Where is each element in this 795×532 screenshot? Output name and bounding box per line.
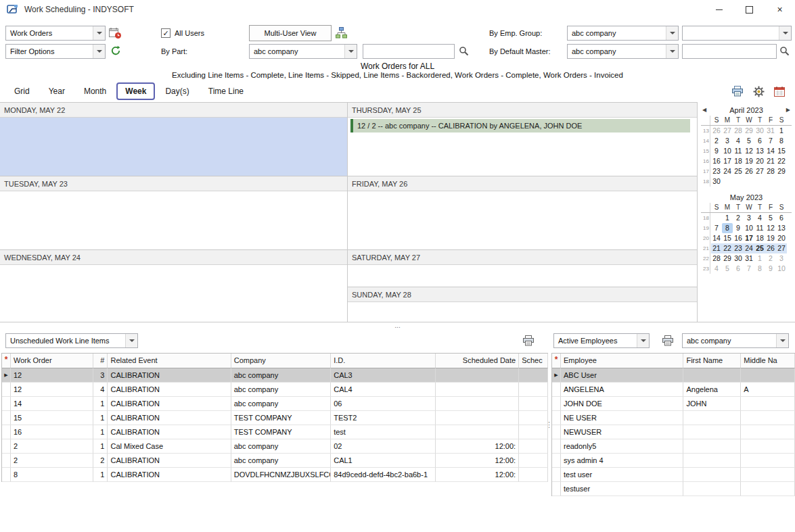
day-cell-wednesday[interactable] — [0, 265, 347, 322]
settings-gear-icon[interactable] — [753, 86, 765, 97]
work-items-cell[interactable] — [519, 383, 548, 397]
work-items-cell[interactable]: 1 — [93, 439, 108, 454]
calendar-day[interactable]: 16 — [711, 156, 722, 166]
employees-cell[interactable] — [741, 482, 795, 496]
work-items-cell[interactable]: 3 — [93, 368, 108, 383]
work-items-row[interactable]: 161CALIBRATIONTEST COMPANYtest — [2, 425, 548, 439]
calendar-day[interactable]: 1 — [722, 213, 733, 223]
employees-cell[interactable]: JOHN — [683, 397, 741, 411]
calendar-day[interactable]: 13 — [776, 223, 787, 233]
employees-cell[interactable] — [683, 425, 741, 439]
calendar-day[interactable]: 6 — [733, 264, 744, 274]
work-items-cell[interactable]: 1 — [93, 397, 108, 411]
tab-time-line[interactable]: Time Line — [200, 82, 252, 100]
calendar-day[interactable]: 3 — [744, 213, 754, 223]
work-items-cell[interactable]: CALIBRATION — [108, 411, 231, 425]
unscheduled-items-dropdown[interactable]: Unscheduled Work Line Items — [5, 333, 138, 348]
calendar-day[interactable]: 4 — [733, 136, 744, 146]
tab-day-s[interactable]: Day(s) — [156, 82, 198, 100]
work-items-cell[interactable]: 1 — [93, 425, 108, 439]
calendar-day[interactable]: 23 — [733, 243, 744, 253]
work-items-cell[interactable] — [519, 468, 548, 482]
calendar-day[interactable]: 2 — [765, 253, 776, 264]
employees-cell[interactable]: A — [741, 383, 795, 397]
calendar-day[interactable]: 2 — [733, 213, 744, 223]
calendar-day[interactable]: 22 — [722, 243, 733, 253]
calendar-day[interactable]: 19 — [765, 233, 776, 243]
calendar-day[interactable]: 17 — [744, 233, 754, 243]
refresh-icon[interactable] — [110, 45, 121, 56]
calendar-day[interactable]: 20 — [776, 233, 787, 243]
day-cell-monday[interactable] — [0, 118, 347, 176]
calendar-day[interactable]: 3 — [776, 253, 787, 264]
work-items-cell[interactable]: TEST COMPANY — [231, 425, 331, 439]
work-items-cell[interactable]: DOVDLFHCNMZJBUXSLFCGNI — [231, 468, 331, 482]
calendar-day[interactable]: 15 — [776, 146, 787, 156]
work-items-cell[interactable]: 06 — [331, 397, 435, 411]
work-items-row[interactable]: 22CALIBRATIONabc companyCAL112:00: — [2, 454, 548, 468]
work-items-cell[interactable]: abc company — [231, 397, 331, 411]
work-items-col-related-event[interactable]: Related Event — [108, 354, 231, 368]
employees-cell[interactable] — [741, 454, 795, 468]
employees-cell[interactable]: test user — [561, 468, 683, 482]
work-items-row[interactable]: 124CALIBRATIONabc companyCAL4 — [2, 383, 548, 397]
employees-cell[interactable] — [683, 411, 741, 425]
calendar-day[interactable]: 9 — [711, 146, 722, 156]
calendar-day[interactable]: 7 — [765, 136, 776, 146]
work-items-cell[interactable]: 15 — [11, 411, 93, 425]
calendar-day[interactable]: 29 — [776, 166, 787, 176]
work-items-cell[interactable]: 1 — [93, 411, 108, 425]
work-items-col-company[interactable]: Company — [231, 354, 331, 368]
filter-options-dropdown[interactable]: Filter Options — [5, 44, 106, 59]
calendar-day[interactable]: 31 — [765, 126, 776, 136]
day-cell-sunday[interactable] — [348, 302, 697, 322]
work-items-cell[interactable]: 12:00: — [436, 468, 520, 482]
employees-cell[interactable] — [683, 468, 741, 482]
calendar-day[interactable]: 29 — [744, 126, 754, 136]
work-items-cell[interactable]: CALIBRATION — [108, 383, 231, 397]
work-items-cell[interactable] — [436, 425, 520, 439]
work-items-cell[interactable]: Cal Mixed Case — [108, 439, 231, 454]
calendar-day[interactable]: 31 — [744, 253, 754, 264]
work-items-cell[interactable]: CALIBRATION — [108, 368, 231, 383]
employees-cell[interactable] — [683, 439, 741, 454]
employees-col-employee[interactable]: Employee — [561, 354, 683, 368]
work-items-col-schec[interactable]: Schec — [519, 354, 548, 368]
work-items-cell[interactable]: abc company — [231, 454, 331, 468]
calendar-day[interactable]: 27 — [754, 166, 765, 176]
calendar-event[interactable]: 12 / 2 -- abc company -- CALIBRATION by … — [350, 119, 690, 132]
work-items-cell[interactable]: TEST COMPANY — [231, 411, 331, 425]
calendar-day[interactable]: 8 — [754, 264, 765, 274]
by-emp-group-dropdown[interactable]: abc company — [567, 26, 679, 41]
work-items-cell[interactable]: 8 — [11, 468, 93, 482]
employees-row[interactable]: testuser — [552, 482, 795, 496]
employees-col-first-name[interactable]: First Name — [683, 354, 741, 368]
tab-week[interactable]: Week — [116, 82, 155, 100]
work-items-cell[interactable]: 12 — [11, 383, 93, 397]
employees-cell[interactable]: ANGELENA — [561, 383, 683, 397]
calendar-day[interactable]: 1 — [754, 253, 765, 264]
print-schedule-icon[interactable] — [731, 86, 744, 97]
employees-cell[interactable]: Angelena — [683, 383, 741, 397]
by-default-master-dropdown[interactable]: abc company — [567, 44, 679, 59]
multi-user-view-button[interactable]: Multi-User View — [249, 25, 332, 41]
employees-cell[interactable] — [683, 482, 741, 496]
calendar-day[interactable]: 25 — [754, 243, 765, 253]
work-items-cell[interactable]: 2 — [93, 454, 108, 468]
employees-cell[interactable]: NEWUSER — [561, 425, 683, 439]
calendar-day[interactable]: 28 — [733, 126, 744, 136]
calendar-day[interactable]: 4 — [754, 213, 765, 223]
day-cell-thursday[interactable]: 12 / 2 -- abc company -- CALIBRATION by … — [348, 118, 697, 176]
work-items-cell[interactable]: abc company — [231, 383, 331, 397]
work-items-cell[interactable] — [519, 397, 548, 411]
work-items-row[interactable]: 81CALIBRATIONDOVDLFHCNMZJBUXSLFCGNI84d9c… — [2, 468, 548, 482]
day-cell-tuesday[interactable] — [0, 191, 347, 249]
work-items-cell[interactable]: 4 — [93, 383, 108, 397]
calendar-day[interactable]: 27 — [776, 243, 787, 253]
work-items-cell[interactable] — [519, 411, 548, 425]
vertical-splitter[interactable]: ⋮ — [545, 422, 553, 427]
work-items-cell[interactable] — [519, 425, 548, 439]
work-items-row[interactable]: 21Cal Mixed Caseabc company0212:00: — [2, 439, 548, 454]
work-items-col-num[interactable]: # — [93, 354, 108, 368]
employees-cell[interactable] — [741, 397, 795, 411]
